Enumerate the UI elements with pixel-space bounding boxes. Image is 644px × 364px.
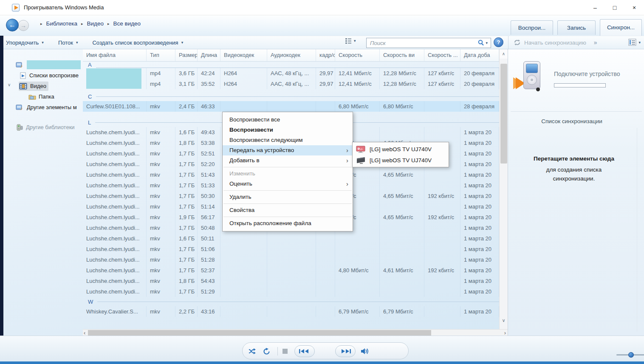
vertical-scrollbar[interactable]: ∧ ∨ [499, 49, 508, 329]
scroll-left-arrow[interactable]: ‹ [84, 330, 85, 336]
stop-button[interactable] [282, 343, 288, 360]
column-header-vcodec[interactable]: Видеокодек [220, 49, 267, 61]
menu-item[interactable]: Добавить в› [223, 155, 353, 166]
search-input[interactable] [367, 40, 477, 46]
sidebar-item[interactable]: ♪ [3, 59, 83, 70]
tab-burn[interactable]: Запись [557, 20, 596, 35]
cell-rate1 [335, 276, 380, 286]
cell-date: 1 марта 20 [460, 233, 499, 244]
submenu-item-device[interactable]: [LG] webOS TV UJ740V [353, 155, 449, 166]
scroll-down-arrow[interactable]: ∨ [500, 318, 508, 323]
navigation-pane: ♪Списки воспроизве∨ВидеоПапка♪Другие эле… [3, 49, 83, 329]
chevron-down-icon: ▾ [181, 40, 184, 45]
horizontal-scrollbar[interactable]: ‹ › [83, 329, 508, 336]
search-icon[interactable] [477, 39, 485, 47]
volume-knob[interactable] [628, 352, 634, 358]
previous-button[interactable] [294, 343, 315, 360]
cell-size: 1,7 ГБ [175, 169, 198, 180]
column-header-rate3[interactable]: Скорость ... [424, 49, 460, 61]
table-row[interactable]: Whiskey.Cavalier.S...mkv2,2 ГБ43:166,79 … [83, 306, 508, 317]
cell-rate1: 4,80 Мбит/с [335, 265, 380, 276]
cell-vcodec [220, 286, 267, 297]
table-row[interactable]: Luchshe.chem.lyudi...mkv1,7 ГБ51:281 мар… [83, 254, 508, 265]
minimize-button[interactable]: – [585, 0, 605, 15]
volume-slider[interactable] [616, 354, 644, 356]
table-row[interactable]: mp43,6 ГБ42:24H264AAC, 48 кГц, ...29,971… [83, 68, 508, 79]
cell-name: Luchshe.chem.lyudi... [83, 180, 147, 191]
cell-date: 1 марта 20 [460, 138, 499, 148]
sync-overflow-button[interactable]: » [594, 39, 597, 46]
table-row[interactable]: Luchshe.chem.lyudi...mkv1,7 ГБ51:061 мар… [83, 244, 508, 254]
search-options-caret[interactable]: ▾ [486, 41, 488, 45]
column-header-rate2[interactable]: Скорость ви [380, 49, 424, 61]
menu-item[interactable]: Воспроизвести следующим [223, 135, 353, 145]
column-header-date[interactable]: Дата доба [460, 49, 499, 61]
view-options-button[interactable]: ▾ [345, 38, 356, 44]
submenu-item-device[interactable]: LG[LG] webOS TV UJ740V [353, 144, 449, 155]
breadcrumb-item[interactable]: Видео [87, 20, 103, 27]
scroll-up-arrow[interactable]: ∧ [500, 49, 508, 59]
cell-vcodec [220, 101, 267, 112]
menu-item[interactable]: Изменить [223, 169, 353, 179]
chevron-expanded-icon[interactable]: ∨ [8, 82, 11, 87]
column-header-size[interactable]: Размер [175, 49, 198, 61]
cell-rate2: 12,28 Мбит/с [380, 79, 424, 89]
column-header-rate1[interactable]: Скорость [335, 49, 380, 61]
maximize-button[interactable]: □ [605, 0, 624, 15]
table-row[interactable]: Curfew.S01E01.108...mkv2,4 ГБ46:336,80 М… [83, 101, 508, 112]
forward-button[interactable]: → [18, 20, 29, 31]
previous-icon [299, 349, 310, 353]
table-row[interactable]: Luchshe.chem.lyudi...mkv1,8 ГБ54:431 мар… [83, 276, 508, 286]
shuffle-button[interactable] [249, 343, 257, 360]
cell-rate1 [335, 233, 380, 244]
menu-item[interactable]: Удалить [223, 192, 353, 202]
tab-sync[interactable]: Синхрон... [600, 19, 642, 36]
redaction-block [86, 68, 141, 89]
search-box[interactable]: ▾ [366, 38, 491, 48]
column-header-name[interactable]: Имя файла [83, 49, 147, 61]
mute-button[interactable] [361, 343, 370, 360]
start-sync-button[interactable]: Начать синхронизацию [514, 39, 586, 46]
cell-date: 1 марта 20 [460, 191, 499, 201]
cell-rate2 [380, 180, 424, 191]
menu-item[interactable]: Оценить› [223, 179, 353, 189]
cell-length: 50:30 [198, 191, 220, 201]
column-header-length[interactable]: Длина [198, 49, 220, 61]
organize-button[interactable]: Упорядочить▾ [4, 40, 45, 46]
help-button[interactable]: ? [494, 37, 503, 47]
table-row[interactable]: Luchshe.chem.lyudi...mkv1,7 ГБ51:291 мар… [83, 286, 508, 297]
table-row[interactable]: Luchshe.chem.lyudi...mkv1,7 ГБ52:374,80 … [83, 265, 508, 276]
vertical-scroll-thumb[interactable] [500, 64, 507, 164]
sidebar-item-видео[interactable]: ∨Видео [3, 81, 83, 91]
sync-list-options-button[interactable]: ▾ [628, 39, 641, 46]
sidebar-item-папка[interactable]: Папка [3, 91, 83, 102]
breadcrumb-item[interactable]: Библиотека [46, 20, 77, 27]
stream-button[interactable]: Поток▾ [56, 40, 80, 46]
back-button[interactable]: ← [6, 19, 19, 31]
horizontal-scroll-thumb[interactable] [88, 330, 431, 336]
menu-item[interactable]: Воспроизвести [223, 125, 353, 135]
earphone-icon [536, 87, 540, 91]
column-header-type[interactable]: Тип [147, 49, 175, 61]
column-header-acodec[interactable]: Аудиокодек [267, 49, 316, 61]
breadcrumb-item[interactable]: Все видео [113, 20, 141, 27]
table-row[interactable]: Luchshe.chem.lyudi...mkv1,6 ГБ50:111 мар… [83, 233, 508, 244]
scroll-right-arrow[interactable]: › [504, 330, 506, 336]
cell-type: mkv [147, 148, 175, 159]
create-playlist-button[interactable]: Создать список воспроизведения▾ [90, 40, 185, 46]
sidebar-item-другие[interactable]: ♪Другие элементы м [3, 102, 83, 113]
cell-size: 1,7 ГБ [175, 159, 198, 169]
wmp-window: Проигрыватель Windows Media – □ × ← → ▸Б… [0, 0, 644, 364]
tab-play[interactable]: Воспрои... [511, 20, 553, 35]
sidebar-item-списки[interactable]: Списки воспроизве [3, 70, 83, 81]
column-header-fps[interactable]: кадр/с [316, 49, 335, 61]
menu-item[interactable]: Открыть расположение файла [223, 218, 353, 229]
next-button[interactable] [335, 343, 356, 360]
close-button[interactable]: × [624, 0, 644, 15]
repeat-button[interactable] [263, 343, 271, 360]
menu-item[interactable]: Воспроизвести все [223, 115, 353, 125]
table-row[interactable]: mp43,1 ГБ35:52H264AAC, 48 кГц, ...29,971… [83, 79, 508, 89]
menu-item[interactable]: Свойства [223, 205, 353, 215]
menu-item[interactable]: Передать на устройство› [223, 145, 353, 155]
sidebar-item-другие[interactable]: Другие библиотеки [3, 122, 83, 133]
